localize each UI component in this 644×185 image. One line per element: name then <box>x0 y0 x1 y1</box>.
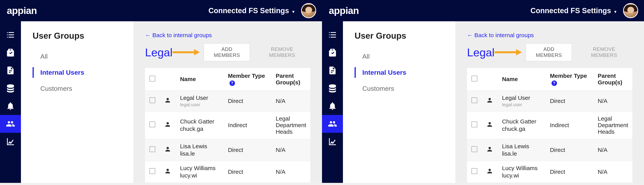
row-member-type: Direct <box>224 139 272 161</box>
back-link[interactable]: ← Back to internal groups <box>145 32 212 38</box>
col-header-check <box>467 68 482 91</box>
nav-notifications[interactable] <box>0 97 21 115</box>
row-checkbox[interactable] <box>150 122 155 127</box>
logo: appian <box>329 5 359 16</box>
row-name: Legal User <box>502 95 542 101</box>
row-checkbox[interactable] <box>472 122 477 127</box>
col-header-parent-groups[interactable]: Parent Group(s) <box>272 68 310 91</box>
settings-dropdown[interactable]: Connected FS Settings <box>530 6 617 15</box>
nav-rail <box>322 21 343 183</box>
row-username: lisa.le <box>180 150 220 157</box>
row-checkbox[interactable] <box>150 168 155 174</box>
row-name: Lisa Lewis <box>180 143 220 150</box>
tasks-icon <box>328 30 337 39</box>
sidebar-item-customers[interactable]: Customers <box>343 80 456 97</box>
row-username: legal.user <box>180 102 220 107</box>
row-parent-groups: Legal Department Heads <box>272 111 310 139</box>
row-name: Legal User <box>180 95 220 101</box>
settings-label: Connected FS Settings <box>208 6 289 15</box>
avatar[interactable] <box>623 3 638 18</box>
page-title: Legal <box>467 46 494 59</box>
row-parent-groups: N/A <box>594 91 632 111</box>
user-icon <box>164 123 171 129</box>
sidebar-item-customers[interactable]: Customers <box>21 80 134 97</box>
nav-notifications[interactable] <box>322 97 343 115</box>
row-checkbox[interactable] <box>472 168 477 174</box>
col-header-member-type[interactable]: Member Type ? <box>224 68 272 91</box>
nav-document[interactable] <box>0 61 21 79</box>
tasks-icon <box>6 30 15 39</box>
user-icon <box>164 148 171 154</box>
nav-document[interactable] <box>322 61 343 79</box>
row-username: lucy.wi <box>502 172 542 179</box>
row-member-type: Direct <box>224 91 272 111</box>
document-icon <box>6 66 15 75</box>
row-username: lucy.wi <box>180 172 220 179</box>
sidebar-item-internal-users[interactable]: Internal Users <box>343 64 456 80</box>
add-members-button[interactable]: ADD MEMBERS <box>526 43 572 61</box>
sidebar-item-all[interactable]: All <box>21 48 134 64</box>
top-right: Connected FS Settings <box>208 3 316 18</box>
col-header-parent-groups[interactable]: Parent Group(s) <box>594 68 632 91</box>
row-member-type: Indirect <box>224 111 272 139</box>
top-right: Connected FS Settings <box>530 3 638 18</box>
nav-tasks[interactable] <box>322 26 343 44</box>
table-row: Chuck Gatter chuck.ga Indirect Legal Dep… <box>145 111 310 139</box>
nav-users[interactable] <box>322 115 343 133</box>
users-icon <box>328 119 337 129</box>
col-header-check <box>145 68 160 91</box>
row-username: lisa.le <box>502 150 542 157</box>
help-icon[interactable]: ? <box>552 80 557 86</box>
select-all-checkbox[interactable] <box>472 76 477 81</box>
row-member-type: Direct <box>546 139 594 161</box>
nav-tasks[interactable] <box>0 26 21 44</box>
select-all-checkbox[interactable] <box>150 76 155 81</box>
row-member-type: Indirect <box>546 111 594 139</box>
row-name: Lisa Lewis <box>502 143 542 150</box>
user-icon <box>486 123 493 129</box>
remove-members-button: REMOVE MEMBERS <box>576 43 632 61</box>
nav-database[interactable] <box>0 79 21 97</box>
back-link[interactable]: ← Back to internal groups <box>467 32 534 38</box>
logo: appian <box>7 5 37 16</box>
add-members-button[interactable]: ADD MEMBERS <box>204 43 250 61</box>
sidebar-item-all[interactable]: All <box>343 48 456 64</box>
col-header-name[interactable]: Name <box>498 68 546 91</box>
users-icon <box>6 119 15 129</box>
sidebar-item-internal-users[interactable]: Internal Users <box>21 64 134 80</box>
row-checkbox[interactable] <box>150 146 155 152</box>
nav-clipboard[interactable] <box>322 44 343 61</box>
row-member-type: Direct <box>546 91 594 111</box>
nav-analytics[interactable] <box>0 133 21 151</box>
row-checkbox[interactable] <box>472 146 477 152</box>
nav-database[interactable] <box>322 79 343 97</box>
nav-analytics[interactable] <box>322 133 343 151</box>
back-link-label: Back to internal groups <box>152 32 212 38</box>
top-bar: appian Connected FS Settings <box>322 0 644 21</box>
row-checkbox[interactable] <box>472 97 477 103</box>
row-parent-groups: N/A <box>272 161 310 183</box>
avatar[interactable] <box>301 3 316 18</box>
row-member-type: Direct <box>546 161 594 183</box>
row-parent-groups: N/A <box>272 91 310 111</box>
table-body: Legal User legal.user Direct N/A Chuck G… <box>145 91 310 183</box>
back-link-label: Back to internal groups <box>474 32 534 38</box>
table-row: Legal User legal.user Direct N/A <box>467 91 632 111</box>
row-checkbox[interactable] <box>150 97 155 103</box>
arrow-left-icon: ← <box>467 32 473 38</box>
settings-dropdown[interactable]: Connected FS Settings <box>208 6 295 15</box>
col-header-member-type[interactable]: Member Type ? <box>546 68 594 91</box>
nav-clipboard[interactable] <box>0 44 21 61</box>
user-icon <box>164 169 171 176</box>
table-row: Chuck Gatter chuck.ga Indirect Legal Dep… <box>467 111 632 139</box>
table-row: Lisa Lewis lisa.le Direct N/A <box>467 139 632 161</box>
row-username: chuck.ga <box>502 126 542 132</box>
help-icon[interactable]: ? <box>230 80 235 86</box>
col-header-name[interactable]: Name <box>176 68 224 91</box>
arrow-annotation <box>172 51 200 54</box>
row-username: legal.user <box>502 102 542 107</box>
members-table: Name Member Type ? Parent Group(s) Le <box>467 68 632 183</box>
nav-users[interactable] <box>0 115 21 133</box>
row-member-type: Direct <box>224 161 272 183</box>
table-row: Legal User legal.user Direct N/A <box>145 91 310 111</box>
